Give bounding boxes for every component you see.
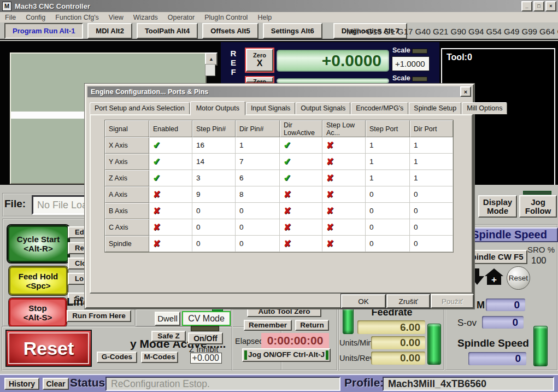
enabled-cell[interactable]: ✔ [280, 137, 322, 154]
pin-value-cell[interactable]: 1 [410, 154, 453, 170]
dialog-tab-output-signals[interactable]: Output Signals [296, 102, 350, 114]
pin-value-cell[interactable]: 0 [366, 203, 410, 219]
spindle-speed-dro[interactable]: 0 [468, 352, 526, 365]
sro-reset-button[interactable]: Reset [507, 266, 530, 290]
m-codes-button[interactable]: M-Codes [141, 352, 178, 363]
cycle-start-button[interactable]: Cycle Start <Alt-R> [8, 225, 69, 262]
screen-tab-offsets-alt5[interactable]: Offsets Alt5 [202, 23, 258, 39]
pin-value-cell[interactable]: 0 [236, 236, 280, 252]
disabled-cell[interactable]: ✘ [322, 236, 366, 252]
disabled-cell[interactable]: ✘ [322, 186, 366, 203]
home-icon[interactable]: + [485, 268, 503, 286]
s-ov-dro[interactable]: 0 [482, 316, 524, 329]
menu-item-function-cfg-s[interactable]: Function Cfg's [50, 14, 104, 21]
menu-item-help[interactable]: Help [252, 14, 277, 21]
cancel-button[interactable]: Zrušiť [386, 294, 430, 308]
menu-item-plugin-control[interactable]: PlugIn Control [199, 14, 252, 21]
dwell-button[interactable]: Dwell [155, 312, 180, 326]
disabled-cell[interactable]: ✘ [322, 137, 366, 154]
z-inhibit-value[interactable]: +0.000 [190, 353, 222, 364]
menu-item-view[interactable]: View [104, 14, 128, 21]
disabled-cell[interactable]: ✘ [149, 203, 192, 219]
pin-value-cell[interactable]: 6 [236, 170, 280, 186]
pin-value-cell[interactable]: 1 [236, 137, 280, 154]
enabled-cell[interactable]: ✔ [149, 137, 192, 154]
zero-y-button[interactable]: Zero [245, 76, 274, 84]
screen-tab-settings-alt6[interactable]: Settings Alt6 [263, 23, 322, 39]
pin-value-cell[interactable]: 0 [366, 219, 410, 236]
dialog-close-icon[interactable]: × [460, 86, 471, 97]
pin-value-cell[interactable]: 0 [236, 219, 280, 236]
pin-value-cell[interactable]: 0 [192, 236, 236, 252]
close-button[interactable]: × [545, 1, 556, 11]
enabled-cell[interactable]: ✔ [149, 170, 192, 186]
feedrate-bar[interactable] [427, 324, 441, 365]
disabled-cell[interactable]: ✘ [280, 186, 322, 203]
disabled-cell[interactable]: ✘ [322, 219, 366, 236]
pin-value-cell[interactable]: 0 [192, 203, 236, 219]
jog-on-off-button[interactable]: Jog ON/OFF Ctrl-Alt-J [242, 348, 331, 362]
dialog-tab-port-setup-and-axis-selection[interactable]: Port Setup and Axis Selection [90, 102, 190, 114]
x-axis-dro[interactable]: +0.0000 [277, 50, 389, 72]
stop-button[interactable]: Stop <Alt-S> [9, 298, 67, 327]
screen-tab-toolpath-alt4[interactable]: ToolPath Alt4 [137, 23, 198, 39]
enabled-cell[interactable]: ✔ [149, 154, 192, 170]
disabled-cell[interactable]: ✘ [322, 154, 366, 170]
dialog-tab-spindle-setup[interactable]: Spindle Setup [409, 102, 461, 114]
disabled-cell[interactable]: ✘ [280, 219, 322, 236]
pin-value-cell[interactable]: 7 [236, 154, 280, 170]
run-from-here-button[interactable]: Run From Here [67, 310, 131, 322]
m-dro[interactable]: 0 [486, 299, 525, 311]
pin-value-cell[interactable]: 8 [236, 186, 280, 203]
dialog-tab-motor-outputs[interactable]: Motor Outputs [190, 101, 245, 115]
pin-value-cell[interactable]: 3 [192, 170, 236, 186]
pin-value-cell[interactable]: 1 [366, 154, 410, 170]
disabled-cell[interactable]: ✘ [149, 186, 192, 203]
pin-value-cell[interactable]: 0 [410, 219, 453, 236]
display-mode-button[interactable]: Display Mode [478, 195, 517, 218]
dialog-tab-mill-options[interactable]: Mill Options [462, 102, 507, 114]
minimize-button[interactable]: _ [521, 1, 532, 11]
feed-hold-button[interactable]: Feed Hold <Spc> [9, 266, 68, 295]
pin-value-cell[interactable]: 0 [366, 236, 410, 252]
feedrate-dro[interactable]: 6.00 [357, 320, 425, 334]
y-axis-dro[interactable]: +0.0000 [277, 78, 389, 84]
pin-value-cell[interactable]: 14 [192, 154, 236, 170]
pin-value-cell[interactable]: 0 [410, 186, 453, 203]
cv-mode-button[interactable]: CV Mode [182, 311, 231, 326]
screen-tab-mdi-alt2[interactable]: MDI Alt2 [87, 23, 132, 39]
return-button[interactable]: Return [295, 320, 329, 331]
ok-button[interactable]: OK [341, 294, 386, 308]
pin-value-cell[interactable]: 0 [366, 186, 410, 203]
jog-follow-button[interactable]: Jog Follow [519, 195, 557, 218]
screen-tab-program-run-alt-1[interactable]: Program Run Alt-1 [4, 23, 83, 39]
pin-value-cell[interactable]: 1 [410, 137, 453, 154]
menu-item-operator[interactable]: Operator [163, 14, 199, 21]
safe-z-button[interactable]: Safe Z [151, 331, 186, 342]
disabled-cell[interactable]: ✘ [322, 203, 366, 219]
history-button[interactable]: History [4, 378, 39, 390]
fro-bar[interactable] [343, 308, 354, 334]
remember-button[interactable]: Remember [244, 320, 292, 331]
reset-button[interactable]: Reset [5, 330, 92, 367]
clear-button[interactable]: Clear [43, 378, 69, 390]
pin-value-cell[interactable]: 0 [410, 236, 453, 252]
zero-x-button[interactable]: Zero X [245, 48, 274, 73]
disabled-cell[interactable]: ✘ [149, 219, 192, 236]
disabled-cell[interactable]: ✘ [149, 236, 192, 252]
scroll-thumb[interactable] [205, 64, 215, 76]
disabled-cell[interactable]: ✘ [280, 203, 322, 219]
pin-value-cell[interactable]: 0 [236, 203, 280, 219]
window-title-bar[interactable]: M Mach3 CNC Controller _ □ × [0, 0, 558, 12]
pin-value-cell[interactable]: 1 [366, 137, 410, 154]
pin-value-cell[interactable]: 0 [410, 203, 453, 219]
scale-x-value[interactable]: +1.0000 [392, 56, 430, 71]
pin-value-cell[interactable]: 16 [192, 137, 236, 154]
disabled-cell[interactable]: ✘ [322, 170, 366, 186]
spindle-bar[interactable] [533, 326, 548, 366]
units-rev-dro[interactable]: 0.00 [371, 352, 425, 365]
g-codes-button[interactable]: G-Codes [97, 352, 137, 363]
pin-value-cell[interactable]: 1 [366, 170, 410, 186]
menu-item-config[interactable]: Config [21, 14, 50, 21]
pin-value-cell[interactable]: 9 [192, 186, 236, 203]
